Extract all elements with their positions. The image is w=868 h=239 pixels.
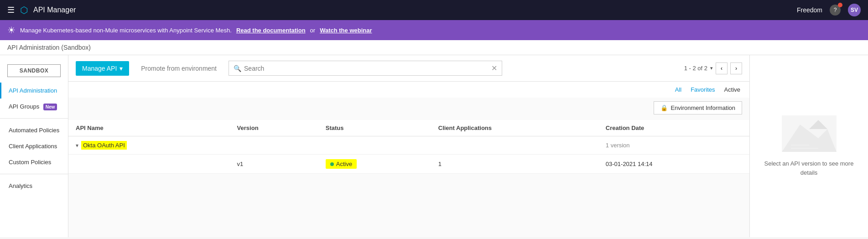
promote-label: Promote from environment xyxy=(141,65,217,72)
breadcrumb: API Administration (Sandbox) xyxy=(0,40,868,55)
api-client-apps xyxy=(431,136,598,155)
pagination: 1 - 2 of 2 ▾ ‹ › xyxy=(684,62,742,74)
sandbox-button[interactable]: SANDBOX xyxy=(7,64,61,77)
api-status-child: Active xyxy=(318,155,431,174)
nav-user: Freedom xyxy=(797,6,822,14)
sidebar: SANDBOX API Administration API Groups Ne… xyxy=(0,55,68,237)
banner-text: Manage Kubernetes-based non-Mule microse… xyxy=(20,27,232,34)
environment-info-button[interactable]: 🔒 Environment Information xyxy=(654,101,742,114)
banner: ☀ Manage Kubernetes-based non-Mule micro… xyxy=(0,20,868,40)
env-info-lock-icon: 🔒 xyxy=(660,104,668,111)
expand-icon[interactable]: ▾ xyxy=(76,142,78,149)
api-status xyxy=(318,136,431,155)
toolbar: Manage API ▾ Promote from environment 🔍 … xyxy=(68,55,749,82)
api-name[interactable]: Okta OAuth API xyxy=(81,141,127,150)
col-version: Version xyxy=(230,120,318,136)
manage-api-button[interactable]: Manage API ▾ xyxy=(76,61,129,76)
col-api-name: API Name xyxy=(68,120,230,136)
filter-tab-all[interactable]: All xyxy=(673,85,683,94)
filter-tab-active[interactable]: Active xyxy=(722,85,742,94)
api-version-count: 1 version xyxy=(598,136,749,155)
content-area: Manage API ▾ Promote from environment 🔍 … xyxy=(68,55,749,237)
api-name-child xyxy=(68,155,230,174)
table-row: ▾ Okta OAuth API 1 version xyxy=(68,136,749,155)
banner-icon: ☀ xyxy=(7,25,16,36)
help-button[interactable]: ? xyxy=(830,5,841,16)
app-title: API Manager xyxy=(33,6,76,14)
search-box[interactable]: 🔍 ✕ xyxy=(229,61,502,76)
api-client-apps-child: 1 xyxy=(431,155,598,174)
promote-button[interactable]: Promote from environment xyxy=(135,61,223,76)
api-version xyxy=(230,136,318,155)
col-creation-date: Creation Date xyxy=(598,120,749,136)
api-version-child: v1 xyxy=(230,155,318,174)
logo-icon: ⬡ xyxy=(20,5,28,16)
search-icon: 🔍 xyxy=(234,65,241,72)
banner-or: or xyxy=(310,27,316,34)
env-info-section: 🔒 Environment Information xyxy=(68,98,749,116)
sidebar-item-analytics[interactable]: Analytics xyxy=(0,178,68,194)
sidebar-item-custom-policies[interactable]: Custom Policies xyxy=(0,154,68,170)
pagination-label: 1 - 2 of 2 xyxy=(684,65,707,72)
col-status: Status xyxy=(318,120,431,136)
col-client-apps: Client Applications xyxy=(431,120,598,136)
avatar[interactable]: SV xyxy=(848,4,861,16)
help-badge xyxy=(838,3,842,7)
env-info-label: Environment Information xyxy=(670,104,735,111)
manage-api-label: Manage API xyxy=(82,65,117,72)
banner-link-webinar[interactable]: Watch the webinar xyxy=(320,27,372,34)
right-panel-message: Select an API version to see more detail… xyxy=(759,159,859,177)
next-page-button[interactable]: › xyxy=(730,62,742,74)
chevron-down-icon[interactable]: ▾ xyxy=(710,65,713,71)
status-dot-icon xyxy=(330,162,334,166)
prev-page-button[interactable]: ‹ xyxy=(716,62,728,74)
api-creation-date-child: 03-01-2021 14:14 xyxy=(598,155,749,174)
sidebar-item-automated-policies[interactable]: Automated Policies xyxy=(0,122,68,138)
sidebar-item-api-groups[interactable]: API Groups New xyxy=(0,99,68,114)
filter-tab-favorites[interactable]: Favorites xyxy=(689,85,717,94)
search-input[interactable] xyxy=(244,65,491,72)
manage-api-chevron-icon: ▾ xyxy=(120,65,123,72)
table-row: v1 Active 1 03-01-2021 14:14 xyxy=(68,155,749,174)
hamburger-icon[interactable]: ☰ xyxy=(7,5,15,15)
status-label: Active xyxy=(336,161,352,167)
api-table: API Name Version Status Client Applicati… xyxy=(68,120,749,174)
main-layout: SANDBOX API Administration API Groups Ne… xyxy=(0,55,868,237)
banner-link-docs[interactable]: Read the documentation xyxy=(236,27,306,34)
top-nav: ☰ ⬡ API Manager Freedom ? SV xyxy=(0,0,868,20)
sidebar-item-client-applications[interactable]: Client Applications xyxy=(0,138,68,154)
filter-tabs: All Favorites Active xyxy=(68,82,749,98)
search-clear-icon[interactable]: ✕ xyxy=(491,64,497,73)
right-panel: Select an API version to see more detail… xyxy=(749,55,868,237)
sidebar-item-api-administration[interactable]: API Administration xyxy=(0,83,68,99)
placeholder-image xyxy=(782,115,837,152)
new-badge: New xyxy=(43,104,57,110)
